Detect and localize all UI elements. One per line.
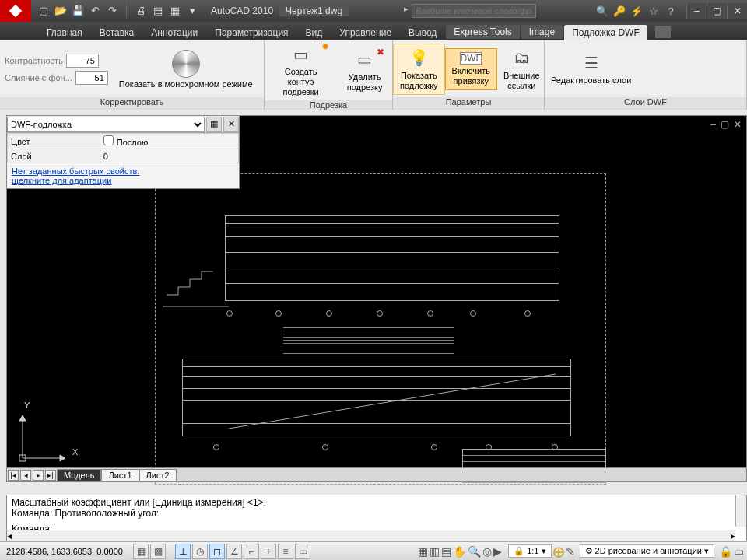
workspace-switch[interactable]: ⚙ 2D рисование и аннотации ▾ (580, 544, 714, 558)
tab-home[interactable]: Главная (39, 25, 90, 40)
layout-last-button[interactable]: ▸| (45, 470, 56, 481)
clean-screen-icon[interactable]: ▭ (734, 545, 744, 558)
toolbar-lock-icon[interactable]: 🔒 (719, 545, 732, 558)
bylayer-checkbox[interactable] (103, 135, 114, 145)
enable-snap-button[interactable]: DWF Включить привязку (445, 48, 497, 90)
coordinates-readout[interactable]: 2128.4586, 1633.6053, 0.0000 (0, 547, 132, 556)
layout-tabs: |◂ ◂ ▸ ▸| Модель Лист1 Лист2 (7, 467, 746, 481)
publish-icon[interactable]: ▦ (169, 4, 181, 16)
layout-tab-model[interactable]: Модель (57, 469, 101, 481)
open-icon[interactable]: 📂 (54, 4, 67, 16)
layout-first-button[interactable]: |◂ (8, 470, 19, 481)
tab-overflow[interactable] (655, 26, 671, 38)
steering-icon[interactable]: ◎ (482, 545, 492, 558)
panel-layers-title: Слои DWF (545, 97, 746, 110)
monochrome-button[interactable]: Показать в монохромном режиме (113, 45, 259, 93)
model-space-icon[interactable]: ▦ (418, 545, 428, 558)
new-icon[interactable]: ▢ (37, 4, 50, 16)
tab-dwf-underlay[interactable]: Подложка DWF (564, 25, 647, 40)
osnap-toggle[interactable]: ◻ (209, 544, 225, 559)
app-title: AutoCAD 2010 (205, 5, 279, 16)
comm-icon[interactable]: ⚡ (630, 5, 643, 17)
grid-toggle[interactable]: ▦ (133, 544, 149, 559)
cmd-hscrollbar[interactable]: ◂▸ (7, 530, 735, 541)
no-quick-props-link[interactable]: Нет заданных быстрых свойств. (12, 166, 234, 176)
qat-dropdown-icon[interactable]: ▾ (186, 4, 198, 16)
layers-icon: ☰ (579, 52, 604, 74)
ribbon: Контрастность Слияние с фон... Показать … (0, 40, 747, 110)
command-line[interactable]: Масштабный коэффициент или [Единица изме… (6, 495, 747, 541)
xrefs-label: Внешние ссылки (503, 71, 540, 91)
prop-key: Цвет (8, 134, 100, 149)
quick-properties-palette[interactable]: DWF-подложка ▦ ✕ ЦветПослою Слой0 Нет за… (6, 115, 240, 189)
maximize-button[interactable]: ▢ (707, 3, 727, 19)
undo-icon[interactable]: ↶ (89, 4, 101, 16)
tab-express[interactable]: Express Tools (446, 25, 519, 39)
zoom-icon[interactable]: 🔍 (468, 545, 481, 558)
quickview-layouts-icon[interactable]: ▥ (430, 545, 440, 558)
delete-clip-label: Удалить подрезку (343, 72, 386, 93)
favorites-icon[interactable]: ☆ (647, 5, 660, 17)
customize-link[interactable]: щелкните для адаптации (12, 176, 234, 185)
dyn-toggle[interactable]: + (261, 544, 276, 559)
chevron-down-icon[interactable]: ▸ (404, 4, 409, 18)
table-row: ЦветПослою (8, 134, 239, 149)
ducs-toggle[interactable]: ⌐ (244, 544, 259, 559)
app-menu-button[interactable] (0, 0, 31, 22)
subscription-icon[interactable]: 🔑 (613, 5, 626, 17)
contrast-input[interactable] (66, 54, 99, 68)
redo-icon[interactable]: ↷ (106, 4, 118, 16)
tab-image[interactable]: Image (521, 25, 563, 39)
anno-visibility-icon[interactable]: ⨁ (553, 545, 564, 558)
cmd-vscrollbar[interactable] (735, 495, 746, 527)
create-clip-button[interactable]: ▭✹ Создать контур подрезки (265, 40, 337, 100)
svg-line-0 (229, 374, 556, 429)
layout-prev-button[interactable]: ◂ (20, 470, 31, 481)
prop-value[interactable]: Послою (100, 134, 238, 149)
tab-insert[interactable]: Вставка (92, 25, 142, 40)
fade-label: Слияние с фон... (5, 73, 72, 82)
minimize-button[interactable]: – (686, 3, 707, 19)
print-icon[interactable]: 🖨 (135, 4, 147, 16)
edit-layers-button[interactable]: ☰ Редактировать слои (545, 49, 637, 89)
dwf-snap-icon: DWF (460, 52, 482, 65)
otrack-toggle[interactable]: ∠ (226, 544, 242, 559)
quickview-drawings-icon[interactable]: ▤ (441, 545, 451, 558)
tab-manage[interactable]: Управление (331, 25, 399, 40)
tab-annotate[interactable]: Аннотации (143, 25, 205, 40)
fade-input[interactable] (75, 71, 108, 85)
layout-tab-sheet2[interactable]: Лист2 (139, 469, 177, 481)
close-button[interactable]: ✕ (727, 3, 747, 19)
ortho-toggle[interactable]: ⊥ (175, 544, 191, 559)
xrefs-button[interactable]: 🗂 Внешние ссылки (497, 44, 546, 94)
search-input[interactable] (412, 4, 536, 18)
snap-toggle[interactable]: ▩ (150, 544, 166, 559)
ucs-icon: Y X (15, 404, 77, 467)
qp-toggle[interactable]: ▭ (295, 544, 310, 559)
panel-adjust-title: Корректировать (0, 97, 264, 110)
prop-value[interactable]: 0 (100, 149, 238, 163)
bulb-icon: 💡 (406, 47, 431, 69)
polar-toggle[interactable]: ◷ (192, 544, 208, 559)
showmotion-icon[interactable]: ▶ (493, 545, 502, 558)
anno-autoscale-icon[interactable]: ✎ (566, 545, 575, 558)
tab-parametric[interactable]: Параметризация (207, 25, 296, 40)
help-icon[interactable]: ? (665, 5, 677, 17)
delete-clip-button[interactable]: ▭✖ Удалить подрезку (337, 46, 392, 96)
props-options-button[interactable]: ▦ (206, 117, 222, 132)
layout-next-button[interactable]: ▸ (33, 470, 44, 481)
layout-tab-sheet1[interactable]: Лист1 (101, 469, 139, 481)
pan-icon[interactable]: ✋ (453, 545, 466, 558)
tab-output[interactable]: Вывод (401, 25, 444, 40)
show-underlay-button[interactable]: 💡 Показать подложку (393, 44, 445, 95)
save-icon[interactable]: 💾 (72, 4, 84, 16)
lwt-toggle[interactable]: ≡ (278, 544, 293, 559)
edit-layers-label: Редактировать слои (551, 75, 631, 86)
tab-view[interactable]: Вид (298, 25, 331, 40)
object-type-select[interactable]: DWF-подложка (7, 117, 205, 132)
annotation-scale[interactable]: 🔒 1:1 ▾ (508, 544, 551, 558)
props-close-button[interactable]: ✕ (223, 117, 239, 132)
plot-preview-icon[interactable]: ▤ (152, 4, 164, 16)
contrast-label: Контрастность (5, 56, 63, 65)
search-icon[interactable]: 🔍 (596, 5, 608, 17)
